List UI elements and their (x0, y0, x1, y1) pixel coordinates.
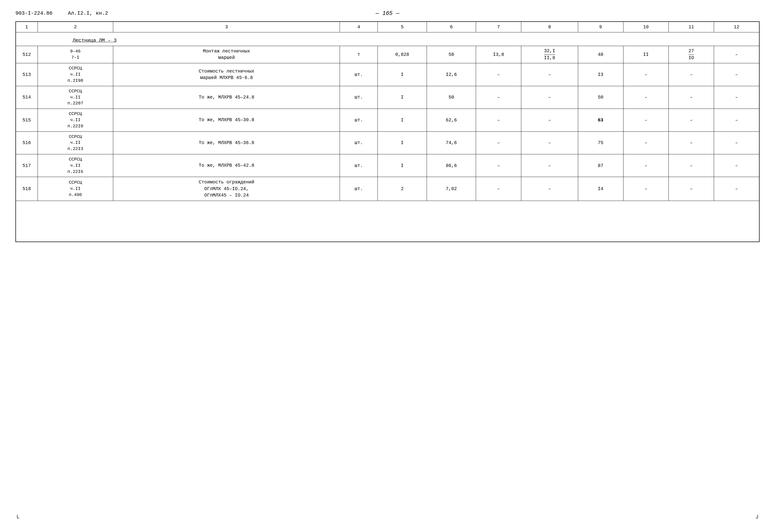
row-518-col12: – (714, 177, 759, 201)
row-513-col9: I3 (578, 63, 623, 86)
row-517-col8: – (521, 154, 578, 177)
row-514-col10: – (623, 86, 669, 109)
row-514-col12: – (714, 86, 759, 109)
section-header-row: Лестница ЛМ – 3 (16, 32, 759, 46)
col-header-7: 7 (476, 22, 521, 32)
row-515-col10: – (623, 109, 669, 131)
table-row: 514 ССРСЦч.IIп.2207 То же, МЛХРВ 45–24.8… (16, 86, 759, 109)
row-517-col9: 87 (578, 154, 623, 177)
row-512-col7: I3,8 (476, 46, 521, 63)
row-518-id: 518 (16, 177, 38, 201)
row-514-col4: шт. (340, 86, 378, 109)
spacer-row (16, 201, 759, 221)
row-516-col12: – (714, 131, 759, 154)
row-513-col6: I2,6 (427, 63, 476, 86)
row-518-col10: – (623, 177, 669, 201)
row-515-col11: – (669, 109, 714, 131)
row-516-desc: То же, МЛХРВ 45–36.8 (113, 131, 340, 154)
doc-number: 903-I-224.86 (15, 10, 52, 16)
row-512-col12: – (714, 46, 759, 63)
row-512-id: 512 (16, 46, 38, 63)
corner-bottom-left: └ (15, 515, 19, 522)
row-514-col8: – (521, 86, 578, 109)
row-518-col8: – (521, 177, 578, 201)
row-514-col6: 50 (427, 86, 476, 109)
row-517-id: 517 (16, 154, 38, 177)
row-516-col10: – (623, 131, 669, 154)
col-header-9: 9 (578, 22, 623, 32)
row-516-id: 516 (16, 131, 38, 154)
row-517-col11: – (669, 154, 714, 177)
section-title: Лестница ЛМ – 3 (16, 32, 759, 46)
row-516-code: ССРСЦч.IIп.22I3 (38, 131, 113, 154)
row-513-col10: – (623, 63, 669, 86)
row-513-col12: – (714, 63, 759, 86)
row-513-col5: I (378, 63, 427, 86)
row-518-col4: шт. (340, 177, 378, 201)
row-515-col9: 63 (578, 109, 623, 131)
row-517-col6: 86,6 (427, 154, 476, 177)
row-516-col11: – (669, 131, 714, 154)
row-518-col5: 2 (378, 177, 427, 201)
row-515-col5: I (378, 109, 427, 131)
table-row: 517 ССРСЦч.IIп.22I6 То же, МЛХРВ 45–42.8… (16, 154, 759, 177)
row-517-col10: – (623, 154, 669, 177)
row-515-col8: – (521, 109, 578, 131)
row-517-col4: шт. (340, 154, 378, 177)
row-513-col7: – (476, 63, 521, 86)
spacer-row-2 (16, 221, 759, 242)
row-517-desc: То же, МЛХРВ 45–42.8 (113, 154, 340, 177)
col-header-2: 2 (38, 22, 113, 32)
table-row: 518 ССРСЦч.IIп.490 Стоимость огражденийО… (16, 177, 759, 201)
main-table: 1 2 3 4 5 6 7 8 9 10 11 12 Лестница ЛМ –… (15, 21, 760, 242)
corner-bottom-right: ┘ (756, 515, 760, 522)
row-515-col7: – (476, 109, 521, 131)
row-512-col8: 32,I II,8 (521, 46, 578, 63)
table-row: 515 ССРСЦч.IIп.22I0 То же, МЛХРВ 45–30.8… (16, 109, 759, 131)
row-516-col9: 75 (578, 131, 623, 154)
row-514-desc: То же, МЛХРВ 45–24.8 (113, 86, 340, 109)
table-row: 512 9–467–I Монтаж лестничныхмаршей т 0,… (16, 46, 759, 63)
row-513-id: 513 (16, 63, 38, 86)
col-header-8: 8 (521, 22, 578, 32)
row-516-col6: 74,6 (427, 131, 476, 154)
row-512-col5: 0,828 (378, 46, 427, 63)
row-513-col11: – (669, 63, 714, 86)
row-514-col11: – (669, 86, 714, 109)
row-512-desc: Монтаж лестничныхмаршей (113, 46, 340, 63)
col-header-3: 3 (113, 22, 340, 32)
col-header-5: 5 (378, 22, 427, 32)
row-515-desc: То же, МЛХРВ 45–30.8 (113, 109, 340, 131)
col-header-1: 1 (16, 22, 38, 32)
row-518-col11: – (669, 177, 714, 201)
row-517-code: ССРСЦч.IIп.22I6 (38, 154, 113, 177)
col-header-11: 11 (669, 22, 714, 32)
table-row: 513 ССРСЦч.IIп.2I98 Стоимость лестничных… (16, 63, 759, 86)
row-512-col10: II (623, 46, 669, 63)
row-512-col11: 27 IO (669, 46, 714, 63)
row-518-col7: – (476, 177, 521, 201)
row-515-col6: 62,6 (427, 109, 476, 131)
col-header-12: 12 (714, 22, 759, 32)
row-512-code: 9–467–I (38, 46, 113, 63)
row-515-code: ССРСЦч.IIп.22I0 (38, 109, 113, 131)
row-514-code: ССРСЦч.IIп.2207 (38, 86, 113, 109)
row-516-col4: шт. (340, 131, 378, 154)
row-517-col5: I (378, 154, 427, 177)
row-514-col5: I (378, 86, 427, 109)
row-515-id: 515 (16, 109, 38, 131)
row-513-desc: Стоимость лестничныхмаршей МЛХРВ 45-6.8 (113, 63, 340, 86)
row-516-col8: – (521, 131, 578, 154)
row-512-col9: 48 (578, 46, 623, 63)
column-headers: 1 2 3 4 5 6 7 8 9 10 11 12 (16, 22, 759, 32)
row-515-col12: – (714, 109, 759, 131)
row-512-col4: т (340, 46, 378, 63)
row-518-col6: 7,02 (427, 177, 476, 201)
row-517-col12: – (714, 154, 759, 177)
row-514-col7: – (476, 86, 521, 109)
row-513-col4: шт. (340, 63, 378, 86)
page-number: — 165 — (376, 10, 399, 17)
row-518-code: ССРСЦч.IIп.490 (38, 177, 113, 201)
row-515-col4: шт. (340, 109, 378, 131)
row-513-code: ССРСЦч.IIп.2I98 (38, 63, 113, 86)
